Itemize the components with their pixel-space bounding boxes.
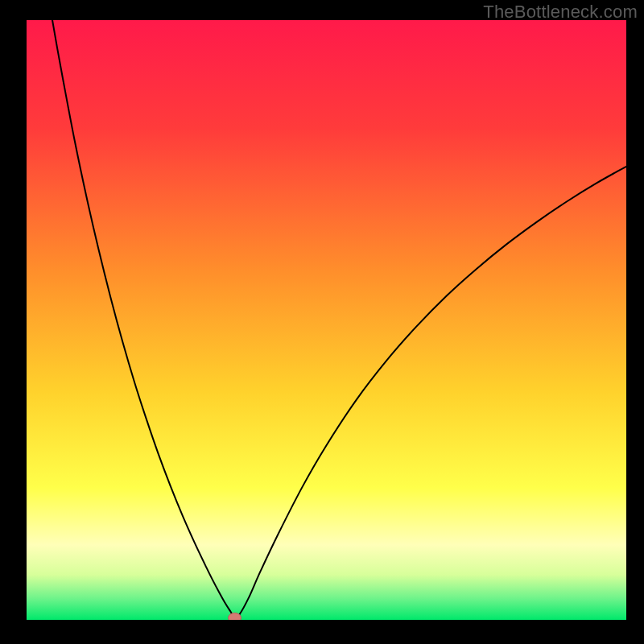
watermark-text: TheBottleneck.com	[483, 2, 638, 23]
bottleneck-chart	[27, 20, 626, 620]
chart-frame: TheBottleneck.com	[0, 0, 644, 644]
optimal-point-marker	[229, 613, 242, 620]
